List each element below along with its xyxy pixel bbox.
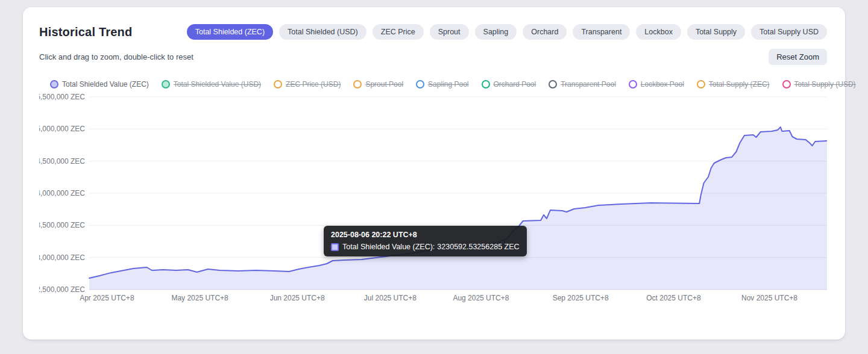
y-axis-label: 4,500,000 ZEC <box>39 157 85 166</box>
zoom-hint: Click and drag to zoom, double-click to … <box>39 52 193 61</box>
legend-circle-icon <box>162 80 170 88</box>
legend-item-orchard-pool[interactable]: Orchard Pool <box>482 80 536 88</box>
legend-item-transparent-pool[interactable]: Transparent Pool <box>549 80 616 88</box>
legend-item-label: Lockbox Pool <box>641 80 684 88</box>
legend-item-label: Orchard Pool <box>494 80 536 88</box>
y-axis-label: 3,500,000 ZEC <box>39 221 85 229</box>
trend-chart[interactable]: 5,500,000 ZEC5,000,000 ZEC4,500,000 ZEC4… <box>39 90 827 308</box>
x-axis-label: Oct 2025 UTC+8 <box>646 294 701 302</box>
legend-item-zec-price-usd[interactable]: ZEC Price (USD) <box>274 80 341 88</box>
legend-item-label: Sprout Pool <box>365 80 403 88</box>
y-axis-label: 5,500,000 ZEC <box>39 93 85 101</box>
legend-circle-icon <box>50 80 58 88</box>
legend-item-total-shielded-value-zec[interactable]: Total Shielded Value (ZEC) <box>50 80 149 88</box>
legend-circle-icon <box>353 80 362 88</box>
legend-circle-icon <box>629 80 637 88</box>
tooltip-series-row: Total Shielded Value (ZEC): 3230592.5325… <box>331 243 520 251</box>
legend-item-total-supply-zec[interactable]: Total Supply (ZEC) <box>697 80 770 88</box>
toggle-total-supply-button[interactable]: Total Supply <box>687 24 745 40</box>
legend-item-label: Total Supply (ZEC) <box>709 80 770 88</box>
x-axis-label: Apr 2025 UTC+8 <box>80 294 134 302</box>
toggle-orchard-button[interactable]: Orchard <box>523 24 567 40</box>
y-axis-label: 3,000,000 ZEC <box>39 253 85 262</box>
x-axis-label: Sep 2025 UTC+8 <box>553 294 609 302</box>
tooltip-title: 2025-08-06 20:22 UTC+8 <box>331 231 520 239</box>
legend-circle-icon <box>549 80 557 88</box>
y-axis-label: 5,000,000 ZEC <box>39 125 85 133</box>
legend-circle-icon <box>697 80 705 88</box>
legend-circle-icon <box>782 80 791 88</box>
legend-circle-icon <box>482 80 490 88</box>
legend-item-label: ZEC Price (USD) <box>286 80 341 88</box>
legend-item-label: Total Supply (USD) <box>794 80 856 88</box>
card-title: Historical Trend <box>39 25 132 39</box>
tooltip-series-label: Total Shielded Value (ZEC): <box>342 243 435 251</box>
y-axis-label: 2,500,000 ZEC <box>39 285 85 294</box>
legend-item-label: Total Shielded Value (ZEC) <box>62 80 149 88</box>
chart-legend: Total Shielded Value (ZEC)Total Shielded… <box>39 80 827 88</box>
legend-circle-icon <box>416 80 424 88</box>
toggle-transparent-button[interactable]: Transparent <box>573 24 630 40</box>
chart-tooltip: 2025-08-06 20:22 UTC+8 Total Shielded Va… <box>324 226 527 256</box>
x-axis-label: Jun 2025 UTC+8 <box>270 294 325 302</box>
toggle-zec-price-button[interactable]: ZEC Price <box>373 24 424 40</box>
trend-area <box>89 127 827 290</box>
legend-item-sapling-pool[interactable]: Sapling Pool <box>416 80 468 88</box>
y-axis-label: 4,000,000 ZEC <box>39 189 85 197</box>
toggle-total-supply-usd-button[interactable]: Total Supply USD <box>751 24 827 40</box>
chart-controls-row: Click and drag to zoom, double-click to … <box>39 49 827 65</box>
legend-item-sprout-pool[interactable]: Sprout Pool <box>353 80 403 88</box>
x-axis-label: Nov 2025 UTC+8 <box>741 294 797 302</box>
x-axis-label: May 2025 UTC+8 <box>171 294 228 302</box>
x-axis-label: Jul 2025 UTC+8 <box>364 294 417 302</box>
tooltip-value: 3230592.53256285 ZEC <box>437 243 519 251</box>
reset-zoom-button[interactable]: Reset Zoom <box>769 49 827 65</box>
x-axis-label: Aug 2025 UTC+8 <box>453 294 509 302</box>
legend-item-label: Sapling Pool <box>428 80 468 88</box>
legend-circle-icon <box>274 80 282 88</box>
series-toggle-group: Total Shielded (ZEC)Total Shielded (USD)… <box>187 24 827 40</box>
toggle-sprout-button[interactable]: Sprout <box>430 24 469 40</box>
legend-item-label: Total Shielded Value (USD) <box>174 80 261 88</box>
chart-area: 5,500,000 ZEC5,000,000 ZEC4,500,000 ZEC4… <box>39 90 827 310</box>
toggle-lockbox-button[interactable]: Lockbox <box>636 24 681 40</box>
legend-item-total-supply-usd[interactable]: Total Supply (USD) <box>782 80 856 88</box>
toggle-total-shielded-zec-button[interactable]: Total Shielded (ZEC) <box>187 24 273 40</box>
legend-item-total-shielded-value-usd[interactable]: Total Shielded Value (USD) <box>162 80 261 88</box>
toggle-sapling-button[interactable]: Sapling <box>475 24 517 40</box>
legend-item-lockbox-pool[interactable]: Lockbox Pool <box>629 80 684 88</box>
toggle-total-shielded-usd-button[interactable]: Total Shielded (USD) <box>279 24 366 40</box>
card-header: Historical Trend Total Shielded (ZEC)Tot… <box>39 24 827 40</box>
historical-trend-card: Historical Trend Total Shielded (ZEC)Tot… <box>23 7 845 340</box>
legend-item-label: Transparent Pool <box>561 80 616 88</box>
series-swatch-icon <box>331 243 339 251</box>
